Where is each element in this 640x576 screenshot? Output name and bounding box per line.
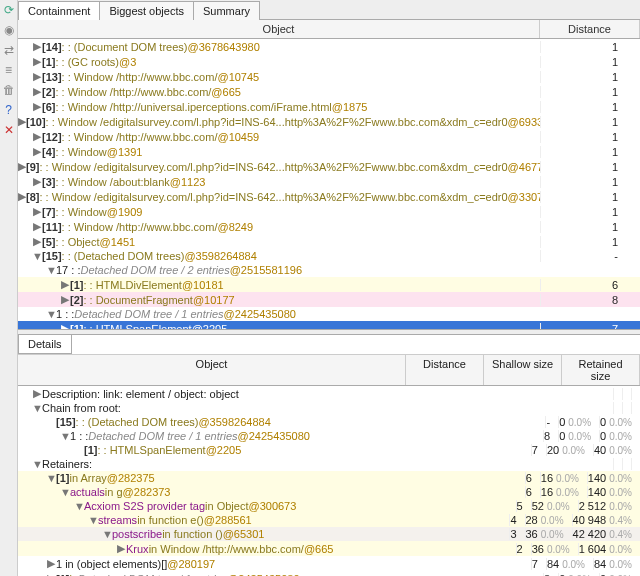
disclosure-icon[interactable]: ▶ [32, 205, 42, 218]
disclosure-icon[interactable]: ▶ [116, 542, 126, 555]
detail-row[interactable]: ▼streams in function e() @2885614280.0%4… [18, 513, 640, 527]
disclosure-icon[interactable]: ▼ [60, 430, 70, 442]
top-header: Object Distance [18, 20, 640, 39]
tree-row[interactable]: ▶[3] : : Window / about:blank @11231 [18, 174, 640, 189]
dcol-retained[interactable]: Retained size [562, 355, 640, 385]
tree-row[interactable]: ▶[7] : : Window @19091 [18, 204, 640, 219]
detail-row[interactable]: ▼actuals in g @2823736160.0%1400.0% [18, 485, 640, 499]
splitter[interactable] [18, 329, 640, 335]
disclosure-icon[interactable]: ▶ [32, 70, 42, 83]
detail-row[interactable]: ▶[1] in Detached DOM tree / 1 entries @2… [18, 571, 640, 576]
disclosure-icon[interactable]: ▼ [60, 486, 70, 498]
filter-icon[interactable]: ≡ [2, 63, 16, 77]
disclosure-icon[interactable]: ▶ [32, 145, 42, 158]
disclosure-icon[interactable]: ▼ [74, 500, 84, 512]
disclosure-icon[interactable]: ▼ [32, 458, 42, 470]
detail-row[interactable]: ▼postscribe in function () @653013360.0%… [18, 527, 640, 541]
disclosure-icon[interactable]: ▶ [18, 190, 26, 203]
tree-row[interactable]: ▼1 : : Detached DOM tree / 1 entries @24… [18, 307, 640, 321]
trash-icon[interactable]: 🗑 [2, 83, 16, 97]
tree-row[interactable]: ▶[10] : : Window / edigitalsurvey.com/l.… [18, 114, 640, 129]
disclosure-icon[interactable]: ▶ [32, 220, 42, 233]
disclosure-icon[interactable]: ▶ [46, 572, 56, 576]
object-tree[interactable]: ▶[14] : : (Document DOM trees) @36786439… [18, 39, 640, 329]
detail-row[interactable]: ▶Krux in Window / http://www.bbc.com/ @6… [18, 541, 640, 556]
tree-row[interactable]: ▼[15] : : (Detached DOM trees) @35982648… [18, 249, 640, 263]
tree-row[interactable]: ▶[6] : : Window / http://universal.iperc… [18, 99, 640, 114]
tab-summary[interactable]: Summary [193, 1, 260, 20]
disclosure-icon[interactable]: ▶ [60, 322, 70, 329]
view-tabs: Containment Biggest objects Summary [18, 0, 640, 20]
disclosure-icon[interactable]: ▼ [32, 250, 42, 262]
disclosure-icon[interactable]: ▼ [46, 264, 56, 276]
disclosure-icon[interactable]: ▶ [32, 100, 42, 113]
disclosure-icon[interactable]: ▶ [18, 115, 26, 128]
tree-row[interactable]: ▶[1] : : HTMLSpanElement @22057 [18, 321, 640, 329]
col-distance[interactable]: Distance [540, 20, 640, 38]
detail-row[interactable]: ▼Retainers: [18, 457, 640, 471]
tree-row[interactable]: ▶[1] : : HTMLDivElement @101816 [18, 277, 640, 292]
close-icon[interactable]: ✕ [2, 123, 16, 137]
dcol-shallow[interactable]: Shallow size [484, 355, 562, 385]
dcol-distance[interactable]: Distance [406, 355, 484, 385]
disclosure-icon[interactable]: ▼ [46, 308, 56, 320]
disclosure-icon[interactable]: ▶ [18, 160, 26, 173]
tree-row[interactable]: ▶[5] : : Object @14511 [18, 234, 640, 249]
tree-row[interactable]: ▶[2] : : Window / http://www.bbc.com/ @6… [18, 84, 640, 99]
tree-row[interactable]: ▶[2] : : DocumentFragment @101778 [18, 292, 640, 307]
eye-icon[interactable]: ◉ [2, 23, 16, 37]
link-icon[interactable]: ⇄ [2, 43, 16, 57]
tab-biggest[interactable]: Biggest objects [99, 1, 194, 20]
disclosure-icon[interactable]: ▶ [60, 278, 70, 291]
disclosure-icon[interactable]: ▼ [32, 402, 42, 414]
col-object[interactable]: Object [18, 20, 540, 38]
tree-row[interactable]: ▶[13] : : Window / http://www.bbc.com/ @… [18, 69, 640, 84]
disclosure-icon[interactable]: ▼ [46, 472, 56, 484]
detail-row[interactable]: ▼1 : : Detached DOM tree / 1 entries @24… [18, 429, 640, 443]
disclosure-icon[interactable]: ▶ [32, 85, 42, 98]
disclosure-icon[interactable]: ▼ [88, 514, 98, 526]
left-toolbar: ⟳ ◉ ⇄ ≡ 🗑 ? ✕ [0, 0, 18, 576]
dcol-object[interactable]: Object [18, 355, 406, 385]
details-tree[interactable]: ▶Description: link: element / object: ob… [18, 386, 640, 576]
tree-row[interactable]: ▶[12] : : Window / http://www.bbc.com/ @… [18, 129, 640, 144]
tree-row[interactable]: ▶[11] : : Window / http://www.bbc.com/ @… [18, 219, 640, 234]
disclosure-icon[interactable]: ▶ [60, 293, 70, 306]
tree-row[interactable]: ▼17 : : Detached DOM tree / 2 entries @2… [18, 263, 640, 277]
help-icon[interactable]: ? [2, 103, 16, 117]
disclosure-icon[interactable]: ▶ [32, 387, 42, 400]
detail-row[interactable]: ▶1 in (object elements)[] @2801977840.0%… [18, 556, 640, 571]
disclosure-icon[interactable]: ▼ [102, 528, 112, 540]
details-header: Object Distance Shallow size Retained si… [18, 354, 640, 386]
detail-row[interactable]: [15]: : (Detached DOM trees) @3598264884… [18, 415, 640, 429]
detail-row[interactable]: [1]: : HTMLSpanElement @22057200.0%400.0… [18, 443, 640, 457]
detail-row[interactable]: ▼Acxiom S2S provider tag in Object @3006… [18, 499, 640, 513]
tree-row[interactable]: ▶[14] : : (Document DOM trees) @36786439… [18, 39, 640, 54]
disclosure-icon[interactable]: ▶ [32, 40, 42, 53]
disclosure-icon[interactable]: ▶ [46, 557, 56, 570]
tree-row[interactable]: ▶[9] : : Window / edigitalsurvey.com/l.p… [18, 159, 640, 174]
tree-row[interactable]: ▶[1] : : (GC roots) @31 [18, 54, 640, 69]
disclosure-icon[interactable]: ▶ [32, 55, 42, 68]
detail-row[interactable]: ▼[1] in Array @2823756160.0%1400.0% [18, 471, 640, 485]
tree-row[interactable]: ▶[4] : : Window @13911 [18, 144, 640, 159]
detail-row[interactable]: ▼Chain from root: [18, 401, 640, 415]
detail-row[interactable]: ▶Description: link: element / object: ob… [18, 386, 640, 401]
refresh-icon[interactable]: ⟳ [2, 3, 16, 17]
disclosure-icon[interactable]: ▶ [32, 235, 42, 248]
tab-containment[interactable]: Containment [18, 1, 100, 20]
disclosure-icon[interactable]: ▶ [32, 130, 42, 143]
tree-row[interactable]: ▶[8] : : Window / edigitalsurvey.com/l.p… [18, 189, 640, 204]
tab-details[interactable]: Details [18, 335, 72, 354]
disclosure-icon[interactable]: ▶ [32, 175, 42, 188]
